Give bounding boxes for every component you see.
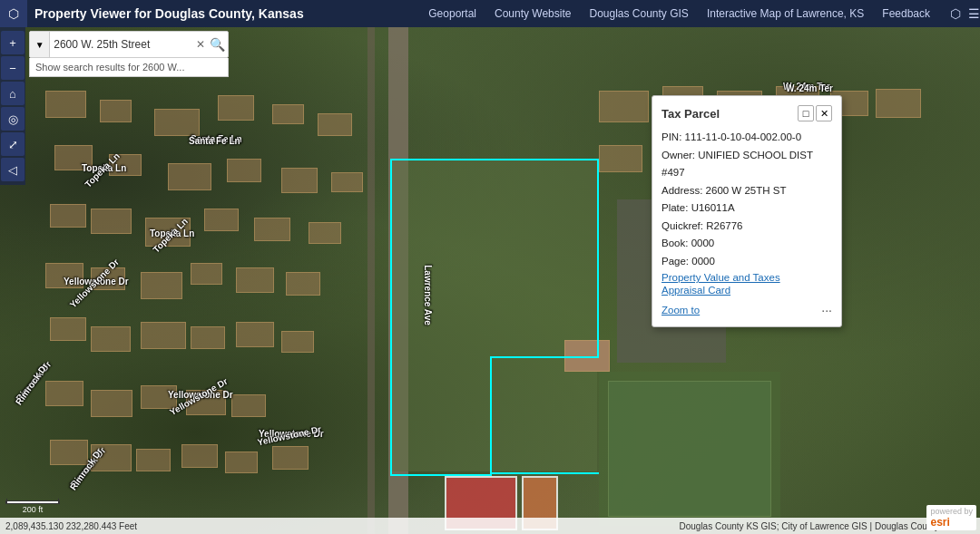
search-submit-button[interactable]: 🔍 <box>208 32 228 57</box>
header-icons: ⬡ ☰ <box>950 6 980 21</box>
popup-close-button[interactable]: ✕ <box>816 105 832 121</box>
esri-logo: powered byesri <box>926 505 976 530</box>
locate-button[interactable]: ◎ <box>1 107 24 131</box>
layers-icon[interactable]: ⬡ <box>950 6 961 21</box>
search-input[interactable] <box>50 32 193 57</box>
zoom-out-button[interactable]: − <box>1 56 24 80</box>
scale-label: 200 ft <box>5 505 60 514</box>
nav-interactive-map[interactable]: Interactive Map of Lawrence, KS <box>707 7 864 20</box>
nav-douglas-gis[interactable]: Douglas County GIS <box>589 7 688 20</box>
property-value-taxes-link[interactable]: Property Value and Taxes <box>662 272 832 283</box>
coordinates: 2,089,435.130 232,280.443 Feet <box>5 521 137 531</box>
header: ⬡ Property Viewer for Douglas County, Ka… <box>0 0 980 27</box>
nav-feedback[interactable]: Feedback <box>882 7 930 20</box>
popup-quickref: Quickref: R26776 <box>662 218 832 236</box>
popup-pin: PIN: 111-11-0-10-04-002.00-0 <box>662 129 832 147</box>
hamburger-icon[interactable]: ☰ <box>968 6 980 21</box>
more-options-button[interactable]: ··· <box>821 303 832 317</box>
popup-minimize-button[interactable]: □ <box>798 105 814 121</box>
search-clear-button[interactable]: ✕ <box>193 32 208 57</box>
popup-plate: Plate: U16011A <box>662 199 832 218</box>
fullscreen-button[interactable]: ⤢ <box>1 132 24 156</box>
scale-bar: 200 ft <box>5 500 60 514</box>
zoom-in-button[interactable]: + <box>1 31 24 54</box>
popup-owner: Owner: UNIFIED SCHOOL DIST #497 <box>662 147 832 182</box>
nav-geoportal[interactable]: Geoportal <box>428 7 476 20</box>
appraisal-card-link[interactable]: Appraisal Card <box>662 285 832 296</box>
scale-bar-line <box>5 500 60 504</box>
zoom-to-link[interactable]: Zoom to <box>662 305 700 316</box>
home-button[interactable]: ⌂ <box>1 82 24 105</box>
popup-address: Address: 2600 W 25TH ST <box>662 182 832 200</box>
popup-fields: PIN: 111-11-0-10-04-002.00-0 Owner: UNIF… <box>662 129 832 270</box>
popup-title: Tax Parcel <box>662 107 720 121</box>
tax-parcel-popup: Tax Parcel □ ✕ PIN: 111-11-0-10-04-002.0… <box>652 95 842 327</box>
left-toolbar: + − ⌂ ◎ ⤢ ◁ <box>0 27 25 185</box>
app-logo: ⬡ <box>0 0 27 27</box>
nav-county-website[interactable]: County Website <box>495 7 572 20</box>
app-title: Property Viewer for Douglas County, Kans… <box>34 6 304 21</box>
search-hint[interactable]: Show search results for 2600 W... <box>29 58 229 77</box>
popup-page: Page: 0000 <box>662 253 832 271</box>
main-nav: Geoportal County Website Douglas County … <box>410 7 930 20</box>
search-bar: ▼ ✕ 🔍 Show search results for 2600 W... <box>29 31 229 77</box>
popup-book: Book: 0000 <box>662 235 832 253</box>
status-bar: 2,089,435.130 232,280.443 Feet Douglas C… <box>0 518 980 534</box>
back-button[interactable]: ◁ <box>1 158 24 181</box>
search-dropdown-button[interactable]: ▼ <box>30 32 50 57</box>
